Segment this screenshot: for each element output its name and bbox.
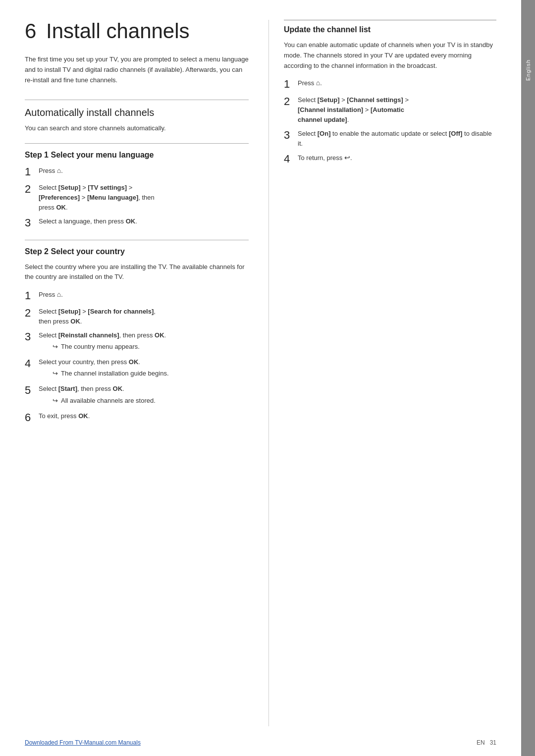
right-step-content-1: Press .	[298, 78, 496, 89]
step1-list: 1 Press . 2 Select [Setup] > [TV setting…	[25, 165, 249, 229]
step2-content-6: To exit, press OK.	[39, 411, 249, 421]
step2-item-6: 6 To exit, press OK.	[25, 411, 249, 424]
left-column: 6 Install channels The first time you se…	[25, 20, 249, 726]
home-icon-right-1	[316, 79, 320, 87]
divider-auto-install	[25, 100, 249, 100]
auto-install-subtext: You can search and store channels automa…	[25, 123, 249, 134]
step1-heading: Step 1 Select your menu language	[25, 151, 249, 160]
right-column-top-divider	[284, 20, 496, 20]
step2-number-1: 1	[25, 289, 39, 302]
right-step-number-2: 2	[284, 95, 298, 108]
step1-content-3: Select a language, then press OK.	[39, 216, 249, 226]
step2-number-3: 3	[25, 330, 39, 343]
step2-number-2: 2	[25, 307, 39, 320]
main-content: 6 Install channels The first time you se…	[0, 0, 521, 756]
chapter-title-text: Install channels	[46, 19, 190, 43]
home-icon-step2-1	[57, 291, 61, 298]
intro-text: The first time you set up your TV, you a…	[25, 54, 249, 85]
right-section-intro: You can enable automatic update of chann…	[284, 40, 496, 71]
right-step-2: 2 Select [Setup] > [Channel settings] > …	[284, 95, 496, 125]
step1-number-3: 3	[25, 216, 39, 229]
footer-link[interactable]: Downloaded From TV-Manual.com Manuals	[25, 739, 141, 746]
step2-number-5: 5	[25, 384, 39, 397]
right-step-4: 4 To return, press .	[284, 153, 496, 165]
step1-item-3: 3 Select a language, then press OK.	[25, 216, 249, 229]
step1-item-1: 1 Press .	[25, 165, 249, 178]
right-step-number-3: 3	[284, 129, 298, 142]
home-icon-step1-1	[57, 167, 61, 174]
right-step-content-2: Select [Setup] > [Channel settings] > [C…	[298, 95, 496, 125]
footer: Downloaded From TV-Manual.com Manuals EN…	[0, 739, 521, 746]
step2-list: 1 Press . 2 Select [Setup] > [Search for…	[25, 289, 249, 424]
step2-bullet-5: All available channels are stored.	[39, 396, 249, 406]
right-step-3: 3 Select [On] to enable the automatic up…	[284, 129, 496, 149]
page-container: 6 Install channels The first time you se…	[0, 0, 535, 756]
step1-content-2: Select [Setup] > [TV settings] > [Prefer…	[39, 183, 249, 213]
right-step-content-4: To return, press .	[298, 153, 496, 163]
auto-install-heading: Automatically install channels	[25, 107, 249, 118]
step2-item-5: 5 Select [Start], then press OK. All ava…	[25, 384, 249, 407]
step1-number-1: 1	[25, 165, 39, 178]
step2-content-4: Select your country, then press OK. The …	[39, 357, 249, 380]
step1-content-1: Press .	[39, 165, 249, 176]
step2-item-3: 3 Select [Reinstall channels], then pres…	[25, 330, 249, 353]
chapter-number: 6	[25, 19, 36, 43]
divider-step1	[25, 143, 249, 144]
step2-bullet-4: The channel installation guide begins.	[39, 369, 249, 378]
footer-page: EN 31	[477, 739, 496, 746]
right-step-number-4: 4	[284, 153, 298, 165]
step2-content-2: Select [Setup] > [Search for channels], …	[39, 307, 249, 326]
divider-step2	[25, 240, 249, 240]
step2-content-1: Press .	[39, 289, 249, 300]
step2-item-1: 1 Press .	[25, 289, 249, 302]
right-section-heading: Update the channel list	[284, 25, 496, 34]
sidebar: English	[521, 0, 535, 756]
right-column: Update the channel list You can enable a…	[268, 20, 496, 726]
step1-number-2: 2	[25, 183, 39, 196]
step2-item-2: 2 Select [Setup] > [Search for channels]…	[25, 307, 249, 326]
right-step-number-1: 1	[284, 78, 298, 91]
step2-item-4: 4 Select your country, then press OK. Th…	[25, 357, 249, 380]
step2-bullet-3: The country menu appears.	[39, 342, 249, 352]
step2-intro: Select the country where you are install…	[25, 262, 249, 283]
step2-content-3: Select [Reinstall channels], then press …	[39, 330, 249, 353]
step2-number-4: 4	[25, 357, 39, 370]
right-step-content-3: Select [On] to enable the automatic upda…	[298, 129, 496, 149]
return-icon-right-4	[344, 154, 350, 162]
step1-item-2: 2 Select [Setup] > [TV settings] > [Pref…	[25, 183, 249, 213]
step2-number-6: 6	[25, 411, 39, 424]
chapter-title: 6 Install channels	[25, 20, 249, 43]
sidebar-label: English	[525, 59, 531, 81]
right-section-list: 1 Press . 2 Select [Setup] > [Channel se…	[284, 78, 496, 165]
step2-content-5: Select [Start], then press OK. All avail…	[39, 384, 249, 407]
right-step-1: 1 Press .	[284, 78, 496, 91]
step2-heading: Step 2 Select your country	[25, 247, 249, 256]
